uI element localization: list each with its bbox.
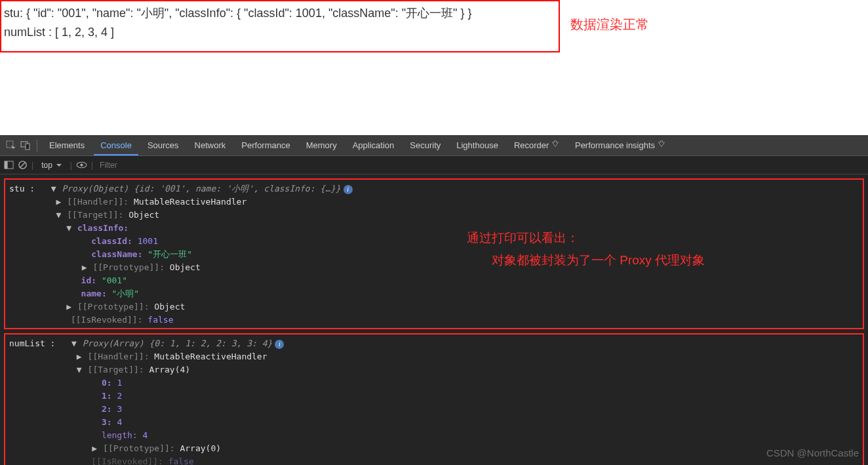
filter-input[interactable] (97, 159, 359, 171)
svg-point-8 (80, 163, 83, 166)
separator: | (31, 161, 33, 170)
tab-performance-insights[interactable]: Performance insights (568, 135, 672, 155)
tab-elements[interactable]: Elements (43, 135, 91, 155)
context-selector[interactable]: top (37, 159, 66, 171)
info-icon[interactable]: i (344, 185, 353, 194)
tab-sources[interactable]: Sources (141, 135, 186, 155)
page-output: stu: { "id": "001", "name": "小明", "class… (0, 0, 560, 52)
devtools-panel: Elements Console Sources Network Perform… (0, 135, 868, 465)
info-icon[interactable]: i (275, 340, 284, 349)
watermark: CSDN @NorthCastle (766, 447, 859, 458)
tab-security[interactable]: Security (403, 135, 447, 155)
tab-console[interactable]: Console (94, 135, 138, 155)
tab-memory[interactable]: Memory (300, 135, 344, 155)
annotation-proxy-note: 通过打印可以看出： 对象都被封装为了一个 Proxy 代理对象 (467, 227, 705, 272)
devtools-tabbar: Elements Console Sources Network Perform… (0, 135, 868, 156)
svg-line-6 (20, 163, 26, 168)
tab-network[interactable]: Network (188, 135, 233, 155)
svg-rect-4 (5, 161, 8, 169)
separator: | (91, 161, 93, 170)
inspect-icon[interactable] (5, 140, 17, 152)
svg-rect-2 (26, 144, 30, 150)
tab-recorder[interactable]: Recorder (507, 135, 566, 155)
toggle-sidebar-icon[interactable] (4, 160, 14, 170)
console-body: stu : ▼ Proxy(Object) {id: '001', name: … (0, 174, 868, 465)
separator: | (70, 161, 72, 170)
tab-performance[interactable]: Performance (235, 135, 296, 155)
annotation-render-ok: 数据渲染正常 (570, 16, 649, 33)
live-expression-icon[interactable] (76, 159, 87, 171)
console-filterbar: | top | | (0, 156, 868, 174)
console-entry-numlist: numList : ▼ Proxy(Array) {0: 1, 1: 2, 2:… (4, 333, 864, 465)
console-entry-stu: stu : ▼ Proxy(Object) {id: '001', name: … (4, 178, 864, 329)
page-output-line2: numList : [ 1, 2, 3, 4 ] (4, 23, 556, 42)
separator (37, 140, 37, 152)
tab-lighthouse[interactable]: Lighthouse (450, 135, 505, 155)
tab-application[interactable]: Application (346, 135, 401, 155)
clear-console-icon[interactable] (18, 160, 28, 170)
page-output-line1: stu: { "id": "001", "name": "小明", "class… (4, 4, 556, 23)
device-toolbar-icon[interactable] (20, 140, 31, 152)
